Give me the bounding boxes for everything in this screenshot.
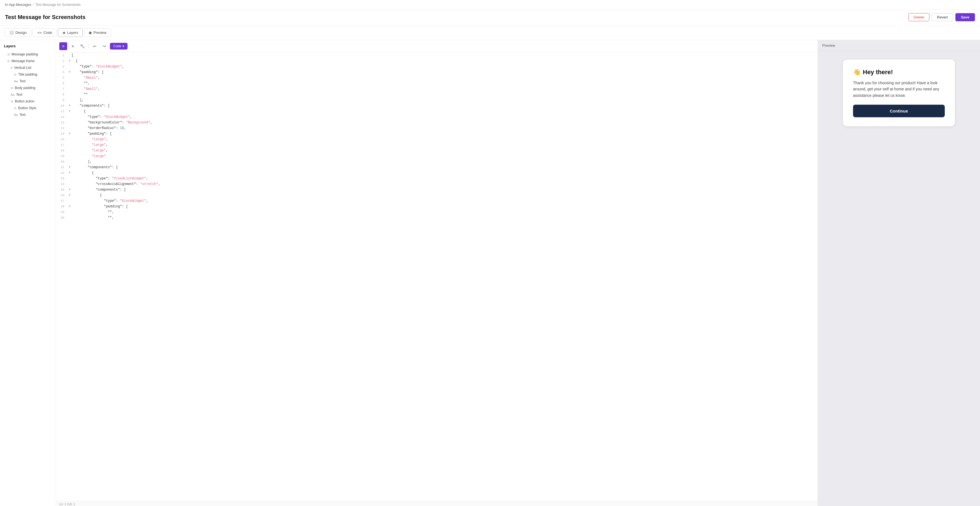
preview-icon: ◉ [89,30,92,35]
layer-icon: Aa [11,93,14,96]
line-content: "borderRadius": 10, [72,125,818,131]
code-dropdown-button[interactable]: Code ▾ [110,43,127,49]
code-line: 4▼ "padding": [ [56,69,818,75]
line-collapse-icon[interactable]: ▼ [68,193,72,198]
code-dropdown-label: Code [113,44,121,48]
line-number: 21 [56,164,68,170]
delete-button[interactable]: Delete [908,13,930,21]
line-collapse-icon[interactable]: ▼ [68,170,72,176]
save-button[interactable]: Save [955,13,975,21]
line-content: "", [72,81,818,86]
line-number: 15 [56,131,68,137]
layer-item[interactable]: ⊙Title padding [0,71,56,78]
line-number: 7 [56,86,68,92]
code-editor[interactable]: 1[2▼ {3 "type": "blockWidget",4▼ "paddin… [56,53,818,501]
line-collapse-icon [68,148,72,153]
line-collapse-icon [68,215,72,220]
preview-continue-button[interactable]: Continue [853,105,945,117]
layer-icon: ⊙ [11,100,13,103]
tab-design-label: Design [15,30,27,35]
header-actions: Delete Revert Save [908,13,975,21]
line-content: { [72,109,818,114]
line-number: 22 [56,170,68,176]
line-collapse-icon [68,86,72,92]
line-collapse-icon[interactable]: ▼ [68,103,72,109]
layer-item-label: Title padding [18,72,37,77]
code-line: 3 "type": "blockWidget", [56,64,818,69]
line-content: ], [72,97,818,103]
breadcrumb-separator: / [33,3,33,7]
code-line: 30 "", [56,215,818,220]
layer-icon: ⊙ [11,86,13,90]
code-line: 27 "type": "blockWidget", [56,198,818,204]
line-number: 25 [56,187,68,193]
line-collapse-icon[interactable]: ▼ [68,204,72,209]
layer-item-label: Body padding [15,86,35,90]
line-content: "components": [ [72,164,818,170]
breadcrumb-parent[interactable]: In-App Messages [5,3,31,7]
code-line: 22▼ { [56,170,818,176]
code-line: 15▼ "padding": [ [56,131,818,137]
line-content: "padding": [ [72,131,818,137]
layer-item[interactable]: AaText [0,112,56,118]
line-number: 17 [56,142,68,148]
layer-item[interactable]: ⊙Button action [0,98,56,105]
line-collapse-icon[interactable]: ▼ [68,58,72,64]
layer-item[interactable]: AaText [0,78,56,85]
settings-button[interactable]: 🔧 [78,42,86,50]
line-collapse-icon[interactable]: ▼ [68,131,72,137]
align-center-button[interactable]: ≡ [69,42,76,50]
line-collapse-icon [68,92,72,97]
code-line: 14 "borderRadius": 10, [56,125,818,131]
redo-button[interactable]: ↪ [100,42,108,50]
tab-code[interactable]: <> Code [32,28,57,37]
code-line: 6 "", [56,81,818,86]
align-left-button[interactable]: ≡ [59,42,67,50]
layer-item-label: Button Style [18,106,37,110]
layer-item[interactable]: ≡Vertical List [0,64,56,71]
line-content: "" [72,92,818,97]
layer-item[interactable]: ⊙Message padding [0,51,56,57]
line-collapse-icon [68,75,72,81]
line-number: 16 [56,137,68,142]
line-number: 29 [56,209,68,215]
layer-item-label: Message frame [11,59,35,63]
line-collapse-icon [68,159,72,164]
code-line: 26▼ { [56,193,818,198]
layer-item[interactable]: ⊙Body padding [0,85,56,91]
line-collapse-icon[interactable]: ▼ [68,187,72,193]
preview-panel: Preview 👋 Hey there! Thank you for choos… [818,40,980,506]
line-content: "type": "fixedListWidget", [72,176,818,181]
code-line: 5 "Small", [56,75,818,81]
line-collapse-icon[interactable]: ▼ [68,109,72,114]
line-content: "padding": [ [72,204,818,209]
code-line: 8 "" [56,92,818,97]
line-collapse-icon [68,97,72,103]
code-preview-area: ≡ ≡ 🔧 ↩ ↪ Code ▾ 1[2▼ {3 "type": "blockW… [56,40,980,506]
code-line: 24 "crossAxisAlignment": "stretch", [56,181,818,187]
layer-icon: ⊙ [14,73,16,77]
line-number: 30 [56,215,68,220]
line-collapse-icon [68,198,72,204]
preview-title-text: Hey there! [863,69,893,76]
layers-panel: Layers ⊙Message padding⊙Message frame≡Ve… [0,40,56,506]
design-icon: ⬜ [9,30,14,35]
line-content: "crossAxisAlignment": "stretch", [72,181,818,187]
line-number: 8 [56,92,68,97]
line-content: "type": "blockWidget", [72,198,818,204]
code-panel: ≡ ≡ 🔧 ↩ ↪ Code ▾ 1[2▼ {3 "type": "blockW… [56,40,818,506]
undo-button[interactable]: ↩ [91,42,99,50]
line-number: 12 [56,114,68,120]
revert-button[interactable]: Revert [932,13,953,21]
line-collapse-icon[interactable]: ▼ [68,164,72,170]
tab-layers[interactable]: ◈ Layers [58,28,83,37]
line-collapse-icon [68,181,72,187]
line-collapse-icon[interactable]: ▼ [68,69,72,75]
tab-design[interactable]: ⬜ Design [5,28,31,37]
layer-item[interactable]: ⊙Message frame [0,57,56,64]
layer-item[interactable]: ⊙Button Style [0,105,56,112]
tabs-bar: ⬜ Design <> Code ◈ Layers ◉ Preview [0,26,980,40]
tab-preview[interactable]: ◉ Preview [84,28,111,37]
preview-content: 👋 Hey there! Thank you for choosing our … [818,51,980,506]
layer-item[interactable]: AaText [0,91,56,98]
